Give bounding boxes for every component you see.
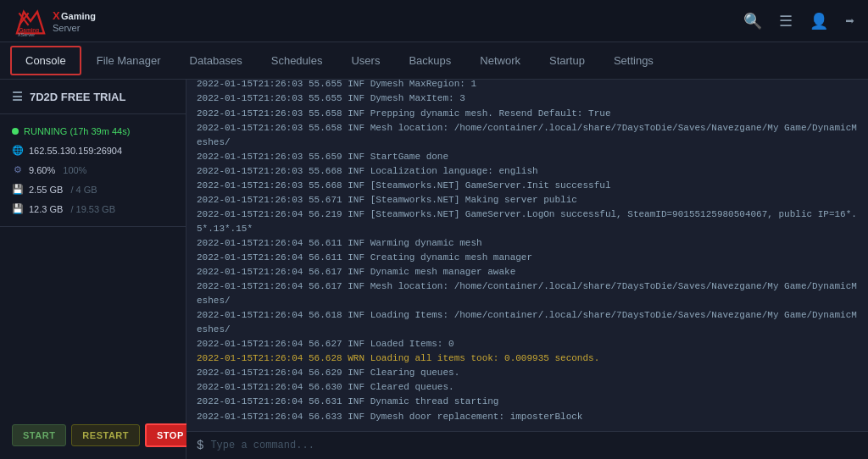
- ip-value: 162.55.130.159:26904: [29, 146, 122, 156]
- header: Gaming XServer X Gaming Server 🔍 ☰ 👤 ➡: [0, 0, 868, 42]
- cpu-icon: ⚙: [12, 164, 24, 175]
- nav-file-manager[interactable]: File Manager: [83, 47, 175, 74]
- log-line: 2022-01-15T21:26:04 56.633 INF Dymesh do…: [197, 410, 858, 424]
- log-line: 2022-01-15T21:26:04 56.630 INF Cleared q…: [197, 380, 858, 395]
- sidebar-info: RUNNING (17h 39m 44s) 🌐 162.55.130.159:2…: [0, 114, 186, 227]
- menu-icon: ☰: [12, 90, 23, 103]
- nav-settings[interactable]: Settings: [600, 47, 667, 74]
- log-line: 2022-01-15T21:26:04 56.618 INF Loading I…: [197, 308, 858, 337]
- sidebar: ☰ 7D2D FREE TRIAL RUNNING (17h 39m 44s) …: [0, 80, 186, 459]
- status-label: RUNNING (17h 39m 44s): [24, 126, 130, 136]
- log-line: 2022-01-15T21:26:04 56.617 INF Mesh loca…: [197, 279, 858, 308]
- ram-max: / 4 GB: [68, 185, 97, 195]
- restart-button[interactable]: RESTART: [71, 424, 140, 446]
- nav-network[interactable]: Network: [466, 47, 534, 74]
- log-line: 2022-01-15T21:26:03 55.668 INF Localizat…: [197, 164, 858, 179]
- console-prompt: $: [197, 439, 203, 452]
- log-line: 2022-01-15T21:26:03 55.668 INF [Steamwor…: [197, 179, 858, 193]
- ram-row: 💾 2.55 GB / 4 GB: [12, 184, 174, 195]
- console-area: 2022-01-15T21:26:03 55.655 INF Only Play…: [186, 80, 868, 459]
- network-icon: 🌐: [12, 145, 24, 156]
- log-line: 2022-01-15T21:26:04 56.629 INF Clearing …: [197, 366, 858, 380]
- log-line: 2022-01-15T21:26:03 55.655 INF Dymesh Ma…: [197, 91, 858, 106]
- logo: Gaming XServer X Gaming Server: [14, 6, 137, 36]
- disk-icon: 💾: [12, 203, 24, 214]
- search-icon[interactable]: 🔍: [743, 12, 762, 30]
- nav-console[interactable]: Console: [10, 46, 81, 75]
- cpu-value: 9.60%: [29, 165, 55, 175]
- log-line: 2022-01-15T21:26:04 56.628 WRN Loading a…: [197, 351, 858, 366]
- header-icons: 🔍 ☰ 👤 ➡: [743, 12, 854, 30]
- nav-users[interactable]: Users: [337, 47, 393, 74]
- nav-schedules[interactable]: Schedules: [258, 47, 337, 74]
- logo-icon: Gaming XServer: [14, 6, 47, 36]
- log-line: 2022-01-15T21:26:03 55.671 INF [Steamwor…: [197, 193, 858, 207]
- console-input[interactable]: [210, 440, 858, 451]
- console-input-row: $: [186, 431, 868, 459]
- disk-value: 12.3 GB: [29, 204, 63, 214]
- user-icon[interactable]: 👤: [810, 12, 828, 30]
- log-line: 2022-01-15T21:26:04 56.611 INF Warming d…: [197, 236, 858, 251]
- status-row: RUNNING (17h 39m 44s): [12, 126, 174, 136]
- svg-text:X: X: [53, 9, 60, 22]
- svg-text:Gaming: Gaming: [61, 11, 96, 21]
- logo-text: X Gaming Server: [53, 6, 137, 36]
- log-line: 2022-01-15T21:26:03 55.659 INF StartGame…: [197, 150, 858, 164]
- sidebar-title: ☰ 7D2D FREE TRIAL: [0, 80, 186, 114]
- ip-row: 🌐 162.55.130.159:26904: [12, 145, 174, 156]
- cpu-row: ⚙ 9.60% 100%: [12, 164, 174, 175]
- svg-text:XServer: XServer: [18, 31, 35, 36]
- log-line: 2022-01-15T21:26:03 55.655 INF Dymesh Ma…: [197, 80, 858, 91]
- log-line: 2022-01-15T21:26:04 56.219 INF [Steamwor…: [197, 207, 858, 236]
- layers-icon[interactable]: ☰: [779, 12, 793, 30]
- log-line: 2022-01-15T21:26:03 55.658 INF Prepping …: [197, 107, 858, 121]
- ram-icon: 💾: [12, 184, 24, 195]
- log-line: 2022-01-15T21:26:03 55.658 INF Mesh loca…: [197, 121, 858, 150]
- cpu-max: 100%: [60, 165, 86, 175]
- server-name: 7D2D FREE TRIAL: [30, 91, 125, 103]
- log-line: 2022-01-15T21:26:04 56.627 INF Loaded It…: [197, 337, 858, 351]
- nav-databases[interactable]: Databases: [176, 47, 256, 74]
- console-output[interactable]: 2022-01-15T21:26:03 55.655 INF Only Play…: [186, 80, 868, 431]
- start-button[interactable]: START: [12, 424, 66, 446]
- logout-icon[interactable]: ➡: [845, 12, 854, 30]
- server-controls: START RESTART STOP: [0, 412, 186, 459]
- log-line: 2022-01-15T21:26:04 56.617 INF Dynamic m…: [197, 265, 858, 279]
- log-line: 2022-01-15T21:26:04 56.611 INF Creating …: [197, 251, 858, 265]
- ram-value: 2.55 GB: [29, 185, 63, 195]
- main-layout: ☰ 7D2D FREE TRIAL RUNNING (17h 39m 44s) …: [0, 80, 868, 459]
- nav-backups[interactable]: Backups: [395, 47, 465, 74]
- navbar: Console File Manager Databases Schedules…: [0, 42, 868, 80]
- disk-max: / 19.53 GB: [68, 204, 115, 214]
- svg-text:Server: Server: [53, 23, 81, 33]
- nav-startup[interactable]: Startup: [536, 47, 598, 74]
- disk-row: 💾 12.3 GB / 19.53 GB: [12, 203, 174, 214]
- status-dot: [12, 128, 19, 135]
- log-line: 2022-01-15T21:26:04 56.631 INF Dynamic t…: [197, 395, 858, 409]
